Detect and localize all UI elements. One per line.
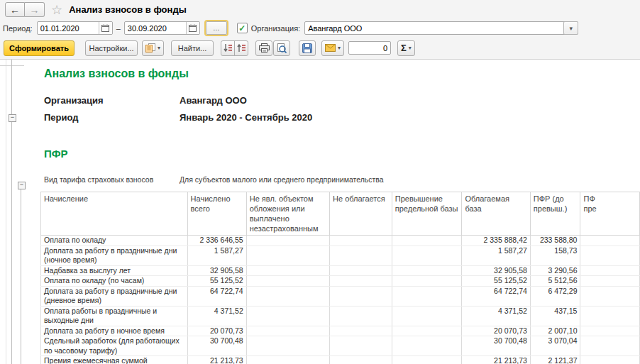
value-cell[interactable]: 32 905,58 [462,265,530,276]
print-preview-button[interactable] [273,40,290,56]
forward-button[interactable]: → [25,2,45,17]
back-button[interactable]: ← [5,2,25,17]
generate-button[interactable]: Сформировать [4,40,75,56]
accrual-label-cell[interactable]: Доплата за работу в ночное время [41,326,188,336]
value-cell[interactable]: 32 905,58 [187,265,246,276]
value-cell[interactable]: 233 588,80 [530,236,580,246]
date-to-field[interactable]: 30.09.2020 [124,21,200,35]
value-cell[interactable] [392,236,462,246]
value-cell[interactable] [392,326,462,336]
value-cell[interactable]: 1 587,27 [462,246,530,265]
value-cell[interactable] [392,306,462,326]
accrual-label-cell[interactable]: Надбавка за выслугу лет [41,265,188,276]
value-cell[interactable] [392,276,462,287]
organization-checkbox[interactable]: ✓ [237,23,248,33]
accrual-label-cell[interactable]: Оплата по окладу [41,236,188,246]
organization-combo[interactable]: Авангард ООО ▾ [304,21,578,35]
collapse-group-button[interactable]: − [18,182,26,189]
value-cell[interactable]: 4 371,52 [187,306,246,326]
value-cell[interactable] [392,286,462,306]
value-cell[interactable] [330,236,392,246]
value-cell[interactable] [246,336,329,356]
value-cell[interactable] [580,236,640,246]
value-cell[interactable] [580,276,640,287]
chevron-down-icon[interactable]: ▾ [563,21,578,35]
value-cell[interactable] [246,265,329,276]
value-cell[interactable] [580,336,640,356]
value-cell[interactable]: 30 700,48 [187,336,246,356]
column-header[interactable]: Облагаемая база [462,192,530,236]
accrual-label-cell[interactable]: Доплата за работу в праздничные дни (дне… [41,286,188,306]
value-cell[interactable]: 20 070,73 [462,326,530,336]
value-cell[interactable] [580,246,640,265]
value-cell[interactable]: 2 121,37 [530,356,580,364]
value-cell[interactable]: 158,73 [530,246,580,265]
value-cell[interactable] [246,246,329,265]
period-options-button[interactable]: ... [206,21,227,35]
value-cell[interactable] [330,336,392,356]
value-cell[interactable] [246,236,329,246]
value-cell[interactable] [246,306,329,326]
value-cell[interactable] [330,276,392,287]
counter-field[interactable]: 0 [348,41,391,55]
value-cell[interactable]: 5 512,56 [530,276,580,287]
value-cell[interactable] [580,286,640,306]
value-cell[interactable]: 64 722,74 [462,286,530,306]
calendar-icon[interactable] [99,22,112,34]
value-cell[interactable] [580,306,640,326]
accrual-label-cell[interactable]: Сдельный заработок (для работающих по ча… [41,336,188,356]
value-cell[interactable] [392,356,462,364]
value-cell[interactable] [330,306,392,326]
accrual-label-cell[interactable]: Оплата работы в праздничные и выходные д… [41,306,188,326]
value-cell[interactable] [246,286,329,306]
value-cell[interactable] [580,356,640,364]
column-header[interactable]: ПФР (до превыш.) [530,192,580,236]
value-cell[interactable] [580,265,640,276]
value-cell[interactable]: 3 290,56 [530,265,580,276]
value-cell[interactable] [392,265,462,276]
accrual-label-cell[interactable]: Оплата по окладу (по часам) [41,276,188,287]
value-cell[interactable]: 2 336 646,55 [187,236,246,246]
value-cell[interactable]: 2 007,10 [530,326,580,336]
sort-ascending-icon[interactable] [234,40,248,56]
sort-descending-icon[interactable] [221,40,235,56]
value-cell[interactable] [330,265,392,276]
value-cell[interactable]: 1 587,27 [187,246,246,265]
value-cell[interactable]: 55 125,52 [187,276,246,287]
value-cell[interactable]: 21 213,73 [462,356,530,364]
collapse-group-button[interactable]: − [9,114,16,122]
value-cell[interactable]: 3 070,04 [530,336,580,356]
value-cell[interactable] [330,286,392,306]
value-cell[interactable]: 2 335 888,42 [462,236,530,246]
column-header[interactable]: Начисление [41,192,188,236]
print-button[interactable] [255,40,272,56]
value-cell[interactable] [330,246,392,265]
autosum-button[interactable]: Σ ▾ [397,40,415,56]
value-cell[interactable] [392,336,462,356]
value-cell[interactable] [246,276,329,287]
accrual-label-cell[interactable]: Премия ежемесячная суммой [41,356,188,364]
value-cell[interactable] [330,356,392,364]
favorite-star-icon[interactable]: ☆ [51,4,62,16]
column-header[interactable]: ПФ пре [580,192,640,236]
value-cell[interactable]: 55 125,52 [462,276,530,287]
column-header[interactable]: Не облагается [330,192,392,236]
value-cell[interactable] [246,326,329,336]
column-header[interactable]: Не явл. объектом обложения или выплачено… [246,192,329,236]
report-variants-button[interactable]: ▾ [142,40,164,56]
value-cell[interactable] [392,246,462,265]
value-cell[interactable]: 21 213,73 [187,356,246,364]
value-cell[interactable] [580,326,640,336]
date-from-field[interactable]: 01.01.2020 [37,21,113,35]
find-button[interactable]: Найти... [171,40,214,56]
value-cell[interactable] [330,326,392,336]
value-cell[interactable]: 437,15 [530,306,580,326]
value-cell[interactable]: 4 371,52 [462,306,530,326]
value-cell[interactable] [246,356,329,364]
value-cell[interactable]: 20 070,73 [187,326,246,336]
settings-button[interactable]: Настройки... [85,40,138,56]
value-cell[interactable]: 64 722,74 [187,286,246,306]
calendar-icon[interactable] [186,22,199,34]
value-cell[interactable]: 30 700,48 [462,336,530,356]
column-header[interactable]: Начислено всего [187,192,246,236]
